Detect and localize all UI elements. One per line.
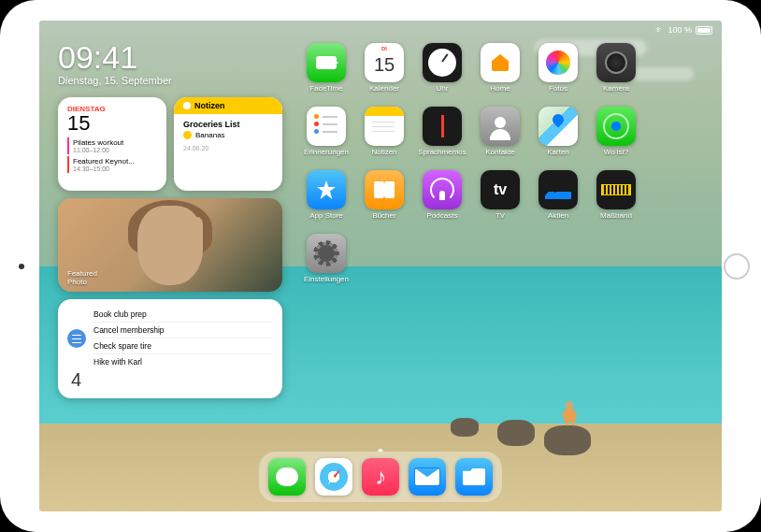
reminders-widget[interactable]: Book club prepCancel membershipCheck spa… [58,299,282,398]
ipad-device: ᯤ 100 % 09:41 Dienstag, 15. September DI… [0,0,761,532]
app-facetime[interactable]: FaceTime [297,43,355,105]
reminder-item: Book club prep [93,307,273,323]
store-icon [307,170,346,209]
reminders-count: 4 [71,369,81,391]
app-grid: FaceTimeDI15KalenderUhrHomeFotosKameraEr… [297,41,703,511]
books-icon [365,170,404,209]
voice-icon [423,107,462,146]
front-camera [19,264,24,269]
app-label: App Store [309,211,343,220]
notes-icon [183,102,191,109]
notes-header: Notizen [174,97,282,114]
photos-icon [538,43,578,82]
clock-time: 09:41 [58,41,282,73]
app-label: Kontakte [485,148,515,156]
calendar-day-number: 15 [67,113,157,134]
measure-icon [596,170,636,209]
app-sprachmemos[interactable]: Sprachmemos [413,107,471,168]
app-kamera[interactable]: Kamera [587,43,645,105]
maps-icon [538,107,578,146]
app-einstellungen[interactable]: Einstellungen [297,234,355,295]
app-label: Sprachmemos [418,148,467,156]
contacts-icon [481,107,520,146]
app-label: Karten [547,148,569,156]
calendar-event: Featured Keynot... 14:30–15:00 [67,156,157,173]
dock-app-dateien[interactable] [455,458,493,496]
rem-icon [307,107,346,146]
app-home[interactable]: Home [471,43,529,105]
photo-label: Featured Photo [67,269,97,286]
camera-ic-icon [596,43,636,82]
clock-ic-icon [423,43,462,82]
note-title: Groceries List [183,120,273,129]
app-label: Aktien [548,211,568,220]
facetime-icon [307,43,346,82]
note-item: Bananas [183,131,273,139]
app-label: Erinnerungen [304,148,349,156]
settings-icon [307,234,346,273]
dock-app-safari[interactable] [315,458,352,496]
calendar-widget[interactable]: DIENSTAG 15 Pilates workout 11:00–12:00 … [58,97,166,191]
app-label: TV [495,211,505,220]
findmy-icon [596,107,636,146]
calendar-event: Pilates workout 11:00–12:00 [67,137,157,154]
stocks-icon [538,170,578,209]
app-label: Uhr [437,84,449,93]
app-notizen[interactable]: Notizen [355,107,413,168]
app-erinnerungen[interactable]: Erinnerungen [297,107,355,168]
app-label: Kalender [369,84,399,93]
screen: ᯤ 100 % 09:41 Dienstag, 15. September DI… [39,21,722,511]
app-label: FaceTime [309,84,342,93]
notes-icon [365,107,404,146]
app-woist[interactable]: Wo ist? [587,107,645,168]
checkbox-icon [183,131,192,139]
app-kontakte[interactable]: Kontakte [471,107,529,168]
today-view: 09:41 Dienstag, 15. September DIENSTAG 1… [58,41,282,511]
app-bcher[interactable]: Bücher [355,170,413,232]
app-aktien[interactable]: Aktien [529,170,587,232]
app-karten[interactable]: Karten [529,107,587,168]
home-button[interactable] [724,253,750,280]
podcasts-icon [423,170,462,209]
app-label: Maßband [600,211,632,220]
tv-icon [481,170,520,209]
app-podcasts[interactable]: Podcasts [413,170,471,232]
reminders-icon [67,329,86,348]
app-kalender[interactable]: DI15Kalender [355,43,413,105]
app-fotos[interactable]: Fotos [529,43,587,105]
app-label: Notizen [371,148,396,156]
app-label: Wo ist? [604,148,629,156]
app-appstore[interactable]: App Store [297,170,355,232]
clock-date: Dienstag, 15. September [58,75,282,86]
app-label: Einstellungen [304,275,349,283]
app-tv[interactable]: TV [471,170,529,232]
notes-widget[interactable]: Notizen Groceries List Bananas 24.06.20 [174,97,282,191]
dock-app-mail[interactable] [409,458,446,496]
dock-app-nachrichten[interactable] [268,458,306,496]
app-maband[interactable]: Maßband [587,170,645,232]
clock-widget: 09:41 Dienstag, 15. September [58,41,282,86]
photos-widget[interactable]: Featured Photo [58,198,282,292]
app-label: Home [490,84,510,93]
cal-icon: DI15 [365,43,404,82]
app-label: Bücher [372,211,395,220]
note-date: 24.06.20 [183,145,273,151]
dock-app-musik[interactable] [362,458,399,496]
app-uhr[interactable]: Uhr [413,43,471,105]
home-ic-icon [481,43,520,82]
app-label: Fotos [549,84,567,93]
reminder-item: Cancel membership [93,323,273,338]
dock [259,452,502,502]
reminder-item: Hike with Karl [93,354,273,369]
reminder-item: Check spare tire [93,338,273,354]
app-label: Podcasts [427,211,458,220]
app-label: Kamera [603,84,629,93]
